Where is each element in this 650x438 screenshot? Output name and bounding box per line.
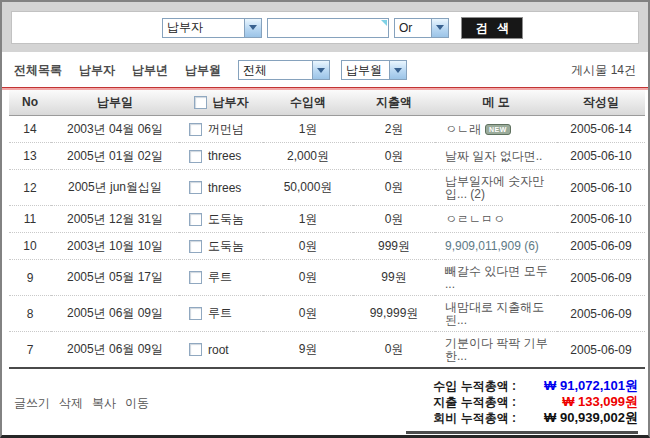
table-row: 13 2005년 01월 02일 threes 2,000원 0원 날짜 일자 … — [9, 142, 645, 169]
cell-payer: 꺼먼넘 — [179, 115, 263, 142]
cell-created: 2005-06-09 — [557, 259, 645, 295]
memo-link[interactable]: 날짜 일자 없다면.. — [445, 149, 542, 163]
cell-no: 11 — [9, 205, 51, 232]
cell-payer: 루트 — [179, 295, 263, 331]
cell-date: 2005년 05월 17일 — [51, 259, 179, 295]
payer-link[interactable]: 루트 — [208, 305, 232, 322]
cell-expense: 0원 — [353, 331, 435, 368]
action-link[interactable]: 이동 — [125, 395, 149, 434]
filter-month-selected-value: 납부월 — [346, 62, 385, 79]
total-value: ₩ 90,939,002원 — [516, 410, 638, 425]
memo-link[interactable]: ㅇㄹㄴㅁㅇ — [445, 212, 505, 226]
memo-link[interactable]: 9,909,011,909 (6) — [445, 239, 539, 253]
row-checkbox[interactable] — [189, 213, 202, 226]
cell-created: 2005-06-10 — [557, 169, 645, 205]
cell-created: 2005-06-10 — [557, 205, 645, 232]
cell-date: 2003년 04월 06일 — [51, 115, 179, 142]
nav-link[interactable]: 전체목록 — [14, 62, 62, 79]
payer-link[interactable]: threes — [208, 149, 241, 163]
post-count: 게시물 14건 — [571, 62, 636, 79]
cell-payer: 도둑놈 — [179, 232, 263, 259]
search-button[interactable]: 검 색 — [461, 17, 523, 39]
col-header-date: 납부일 — [51, 90, 179, 115]
action-link[interactable]: 복사 — [92, 395, 116, 434]
new-badge: NEW — [485, 124, 511, 135]
memo-link[interactable]: 내맘대로 지출해도 된... — [445, 300, 544, 327]
table-row: 11 2005년 12월 31일 도둑놈 1원 0원 ㅇㄹㄴㅁㅇNEW 2005… — [9, 205, 645, 232]
cell-created: 2005-06-14 — [557, 115, 645, 142]
nav-link[interactable]: 납부자 — [79, 62, 115, 79]
total-value: ₩ 133,099원 — [516, 394, 638, 409]
table-body: 14 2003년 04월 06일 꺼먼넘 1원 2원 ㅇㄴ래NEW 2005-0… — [9, 115, 645, 368]
table-row: 10 2003년 10월 10일 도둑놈 0원 999원 9,909,011,9… — [9, 232, 645, 259]
payer-link[interactable]: root — [208, 343, 229, 357]
filter-nav-row: 전체목록납부자납부년납부월 전체 납부월 게시물 14건 — [2, 52, 648, 85]
table-row: 14 2003년 04월 06일 꺼먼넘 1원 2원 ㅇㄴ래NEW 2005-0… — [9, 115, 645, 142]
chevron-down-icon[interactable] — [389, 61, 406, 79]
cell-date: 2005년 06월 09일 — [51, 331, 179, 368]
cell-memo: 내맘대로 지출해도 된...NEW — [435, 295, 557, 331]
search-operator-select[interactable]: Or — [394, 18, 449, 38]
cell-income: 0원 — [263, 295, 353, 331]
cell-payer: threes — [179, 142, 263, 169]
memo-link[interactable]: ㅇㄴ래 — [445, 122, 481, 136]
chevron-down-icon[interactable] — [312, 61, 329, 79]
cell-no: 7 — [9, 331, 51, 368]
memo-link[interactable]: 기분이다 팍팍 기부한... — [445, 336, 548, 363]
cell-income: 0원 — [263, 232, 353, 259]
row-checkbox[interactable] — [189, 150, 202, 163]
search-field-select[interactable]: 납부자 — [162, 18, 262, 38]
row-checkbox[interactable] — [189, 181, 202, 194]
payer-link[interactable]: 도둑놈 — [208, 211, 244, 228]
cell-expense: 99원 — [353, 259, 435, 295]
cell-date: 2005년 01월 02일 — [51, 142, 179, 169]
filter-month-select[interactable]: 납부월 — [341, 60, 407, 80]
cell-no: 12 — [9, 169, 51, 205]
search-input[interactable] — [267, 18, 389, 38]
totals-underline — [406, 431, 638, 434]
row-checkbox[interactable] — [189, 271, 202, 284]
cell-payer: 루트 — [179, 259, 263, 295]
payer-link[interactable]: 도둑놈 — [208, 238, 244, 255]
row-checkbox[interactable] — [189, 343, 202, 356]
filter-scope-selected-value: 전체 — [243, 62, 308, 79]
col-header-no: No — [9, 90, 51, 115]
payer-link[interactable]: 꺼먼넘 — [208, 121, 244, 138]
totals-block: 수입 누적총액 : ₩ 91,072,101원 지출 누적총액 : ₩ 133,… — [406, 378, 640, 434]
memo-link[interactable]: 납부일자에 숫자만 입... (2) — [445, 174, 544, 201]
action-link[interactable]: 삭제 — [59, 395, 83, 434]
memo-link[interactable]: 빼갈수 있다면 모두 ... — [445, 264, 548, 291]
cell-expense: 0원 — [353, 142, 435, 169]
total-label: 수입 누적총액 : — [433, 379, 516, 394]
cell-expense: 2원 — [353, 115, 435, 142]
total-row: 지출 누적총액 : ₩ 133,099원 — [406, 394, 638, 410]
search-field-selected-value: 납부자 — [167, 19, 240, 36]
col-header-created: 작성일 — [557, 90, 645, 115]
filter-scope-select[interactable]: 전체 — [238, 60, 330, 80]
row-checkbox[interactable] — [189, 307, 202, 320]
nav-link[interactable]: 납부년 — [132, 62, 168, 79]
col-header-expense: 지출액 — [353, 90, 435, 115]
cell-created: 2005-06-09 — [557, 331, 645, 368]
payer-link[interactable]: 루트 — [208, 269, 232, 286]
nav-link[interactable]: 납부월 — [185, 62, 221, 79]
table-row: 8 2005년 06월 09일 루트 0원 99,999원 내맘대로 지출해도 … — [9, 295, 645, 331]
chevron-down-icon[interactable] — [431, 19, 448, 37]
table-row: 9 2005년 05월 17일 루트 0원 99원 빼갈수 있다면 모두 ...… — [9, 259, 645, 295]
total-label: 회비 누적총액 : — [433, 411, 516, 426]
cell-expense: 0원 — [353, 169, 435, 205]
search-strip: 납부자 Or 검 색 — [2, 2, 648, 52]
payer-link[interactable]: threes — [208, 181, 241, 195]
cell-memo: 빼갈수 있다면 모두 ...NEW — [435, 259, 557, 295]
action-link[interactable]: 글쓰기 — [14, 395, 50, 434]
cell-income: 9원 — [263, 331, 353, 368]
row-checkbox[interactable] — [189, 240, 202, 253]
cell-no: 14 — [9, 115, 51, 142]
total-value: ₩ 91,072,101원 — [516, 378, 638, 393]
select-all-checkbox[interactable] — [194, 96, 207, 109]
row-checkbox[interactable] — [189, 123, 202, 136]
chevron-down-icon[interactable] — [244, 19, 261, 37]
table-row: 12 2005년 jun월십일 threes 50,000원 0원 납부일자에 … — [9, 169, 645, 205]
cell-no: 9 — [9, 259, 51, 295]
total-row: 수입 누적총액 : ₩ 91,072,101원 — [406, 378, 638, 394]
